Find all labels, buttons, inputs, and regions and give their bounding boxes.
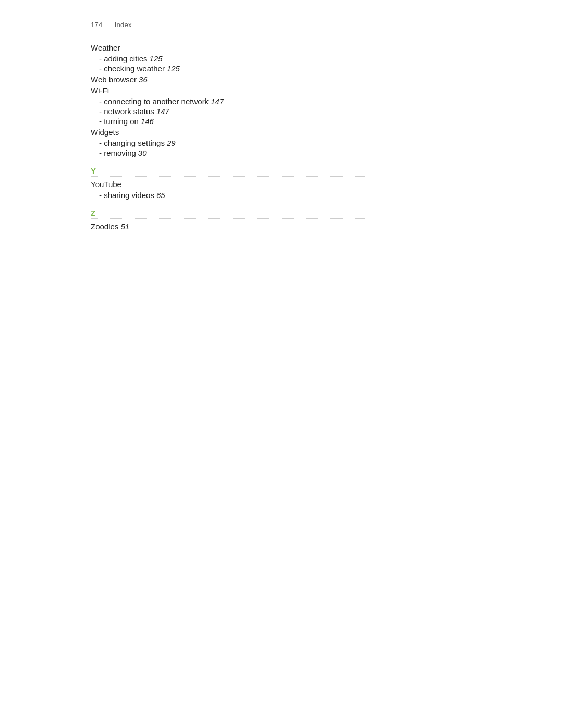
page-checking-weather: 125 bbox=[167, 64, 180, 73]
item-turning-on: - turning on146 bbox=[91, 117, 365, 126]
section-wifi: Wi-Fi - connecting to another network147… bbox=[91, 86, 365, 126]
section-weather: Weather - adding cities125 - checking we… bbox=[91, 43, 365, 73]
letter-z: Z bbox=[91, 208, 365, 217]
heading-widgets: Widgets bbox=[91, 128, 365, 137]
item-checking-weather: - checking weather125 bbox=[91, 64, 365, 73]
item-sharing-videos: - sharing videos65 bbox=[91, 191, 365, 200]
section-web-browser: Web browser36 bbox=[91, 75, 365, 84]
page-changing-settings: 29 bbox=[167, 139, 176, 147]
heading-zoodles: Zoodles51 bbox=[91, 222, 365, 231]
item-network-status: - network status147 bbox=[91, 107, 365, 116]
page-number: 174 bbox=[91, 21, 102, 29]
section-youtube: YouTube - sharing videos65 bbox=[91, 180, 365, 200]
item-removing: - removing30 bbox=[91, 149, 365, 157]
page-sharing-videos: 65 bbox=[156, 191, 165, 200]
section-z: Z Zoodles51 bbox=[91, 207, 365, 231]
section-y: Y YouTube - sharing videos65 bbox=[91, 165, 365, 200]
page-web-browser: 36 bbox=[139, 75, 148, 84]
letter-y: Y bbox=[91, 166, 365, 175]
page-content: 174 Index Weather - adding cities125 - c… bbox=[0, 0, 365, 254]
divider-line-y-top bbox=[91, 165, 365, 165]
item-adding-cities: - adding cities125 bbox=[91, 54, 365, 63]
heading-youtube: YouTube bbox=[91, 180, 365, 189]
page-zoodles: 51 bbox=[120, 222, 129, 231]
divider-line-z-bottom bbox=[91, 218, 365, 219]
item-changing-settings: - changing settings29 bbox=[91, 139, 365, 147]
page-connecting-network: 147 bbox=[211, 97, 224, 106]
divider-line-z-top bbox=[91, 207, 365, 207]
divider-line-y-bottom bbox=[91, 176, 365, 177]
section-widgets: Widgets - changing settings29 - removing… bbox=[91, 128, 365, 157]
section-zoodles: Zoodles51 bbox=[91, 222, 365, 231]
page-removing: 30 bbox=[138, 149, 147, 157]
page-network-status: 147 bbox=[156, 107, 169, 116]
item-connecting-network: - connecting to another network147 bbox=[91, 97, 365, 106]
heading-wifi: Wi-Fi bbox=[91, 86, 365, 95]
page-header: 174 Index bbox=[91, 21, 365, 29]
heading-weather: Weather bbox=[91, 43, 365, 52]
page-adding-cities: 125 bbox=[150, 54, 163, 63]
heading-web-browser: Web browser36 bbox=[91, 75, 365, 84]
page-turning-on: 146 bbox=[141, 117, 154, 126]
page-label: Index bbox=[115, 21, 132, 29]
